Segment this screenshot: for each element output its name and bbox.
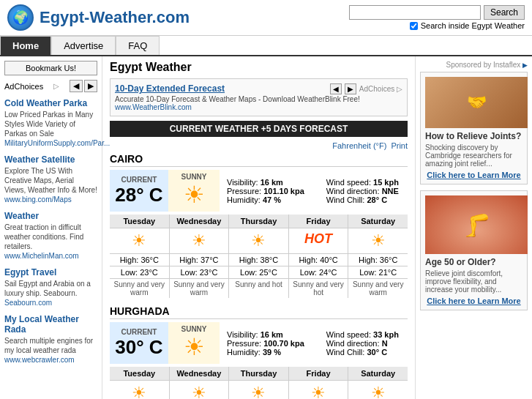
hurghada-day-3-header: Friday	[289, 367, 348, 380]
cairo-current-label: CURRENT	[113, 176, 165, 184]
cairo-sun-icon: ☀	[171, 181, 217, 209]
cairo-visibility-row: Visibility: 16 km	[227, 178, 304, 187]
right-ad-2-link[interactable]: Click here to Learn More	[425, 297, 522, 305]
sidebar-ad-2-link[interactable]: www.bing.com/Maps	[4, 195, 97, 204]
main-content: Bookmark Us! AdChoices ▷ ◀ ▶ Cold Weathe…	[0, 56, 532, 399]
ad-banner-desc: Accurate 10-Day Forecast & Weather Maps …	[115, 95, 402, 103]
cairo-day-2-sun-icon: ☀	[251, 231, 266, 250]
sidebar-ad-1-link[interactable]: MilitaryUniformSupply.com/Par...	[4, 139, 97, 147]
adchoices-label: AdChoices	[4, 82, 43, 91]
sidebar-ad-4-desc: Sail Egypt and Arabia on a luxury ship. …	[4, 279, 97, 298]
search-input[interactable]	[349, 5, 481, 20]
cairo-day-3-desc: Sunny and very hot	[289, 279, 348, 298]
hurghada-day-2-header: Thursday	[229, 367, 288, 380]
page-title: Egypt Weather	[110, 61, 408, 74]
cairo-day-0-header: Tuesday	[110, 215, 169, 228]
ad-prev-button[interactable]: ◀	[70, 80, 83, 92]
cairo-day-0-low: Low: 23°C	[110, 266, 169, 278]
sidebar-ad-3-title[interactable]: Weather	[4, 211, 97, 221]
hurghada-windspeed-row: Wind speed: 33 kph	[326, 330, 399, 339]
cairo-day-4-header: Saturday	[348, 215, 408, 228]
hurghada-humidity-row: Humidity: 39 %	[227, 348, 304, 357]
sidebar-ad-4-link[interactable]: Seabourn.com	[4, 299, 97, 307]
hurghada-day-0-header: Tuesday	[110, 367, 169, 380]
bookmark-button[interactable]: Bookmark Us!	[4, 61, 97, 75]
right-ad-2-img: 🦵	[425, 195, 528, 254]
hurghada-day-0-icon: ☀	[110, 381, 169, 399]
hurghada-day-1-header: Wednesday	[170, 367, 229, 380]
right-ad-1-link[interactable]: Click here to Learn More	[425, 171, 522, 179]
search-button[interactable]: Search	[484, 5, 525, 20]
sidebar-ad-2-title[interactable]: Weather Satellite	[4, 154, 97, 165]
hurghada-current-cell: CURRENT 30° C	[110, 322, 168, 364]
cairo-winddir-row: Wind direction: NNE	[326, 187, 399, 195]
sidebar-ad-1-title[interactable]: Cold Weather Parka	[4, 98, 97, 108]
sidebar-ad-1-desc: Low Priced Parkas in Many Styles Wide Va…	[4, 110, 97, 138]
temp-unit-bar: Fahrenheit (°F) Print	[110, 141, 408, 150]
tab-home[interactable]: Home	[0, 36, 51, 55]
tab-advertise[interactable]: Advertise	[51, 36, 116, 55]
cairo-section: CAIRO CURRENT 28° C SUNNY ☀ Visibilit	[110, 153, 408, 298]
hurghada-sun-icon: ☀	[171, 333, 217, 361]
sidebar-ad-5: My Local Weather Rada Search multiple en…	[4, 314, 97, 364]
hurghada-day-1-sun: ☀	[192, 384, 206, 399]
cairo-details: Visibility: 16 km Pressure: 101.10 kpa H…	[220, 170, 408, 212]
cairo-day-3-icon-cell: HOT	[289, 228, 348, 253]
sidebar-ad-3-link[interactable]: www.MichelinMan.com	[4, 252, 97, 260]
cairo-sunny-cell: SUNNY ☀	[168, 170, 220, 212]
forecast-header: CURRENT WEATHER +5 DAYS FORECAST	[110, 121, 408, 137]
hurghada-forecast-grid: Tuesday Wednesday Thursday Friday Saturd…	[110, 367, 408, 399]
logo-area: 🌍 Egypt-Weather.com	[7, 4, 190, 31]
search-inside-label: Search inside Egypt Weather	[421, 21, 525, 30]
right-ad-1-img: 🤝	[425, 77, 528, 128]
print-link[interactable]: Print	[391, 141, 408, 150]
sidebar-ad-5-link[interactable]: www.webcrawler.com	[4, 356, 97, 364]
cairo-day-4-icon-cell: ☀	[348, 228, 408, 253]
cairo-pressure-row: Pressure: 101.10 kpa	[227, 187, 304, 195]
cairo-day-2-icon-cell: ☀	[229, 228, 288, 253]
cairo-humidity-row: Humidity: 47 %	[227, 195, 304, 204]
cairo-current-cell: CURRENT 28° C	[110, 170, 168, 212]
navigation: Home Advertise FAQ	[0, 36, 532, 56]
sidebar-ad-3-desc: Great traction in difficult weather cond…	[4, 223, 97, 251]
cairo-day-1-high: High: 37°C	[170, 254, 229, 266]
hurghada-day-1-icon: ☀	[170, 381, 229, 399]
cairo-forecast-grid: Tuesday Wednesday Thursday Friday Saturd…	[110, 215, 408, 298]
right-ad-1-title: How to Relieve Joints?	[425, 131, 522, 141]
cairo-city-name: CAIRO	[110, 153, 408, 167]
search-checkbox-row: Search inside Egypt Weather	[410, 21, 525, 30]
cairo-day-0-icon-cell: ☀	[110, 228, 169, 253]
hurghada-day-0-sun: ☀	[132, 384, 146, 399]
header: 🌍 Egypt-Weather.com Search Search inside…	[0, 0, 532, 36]
search-inside-checkbox[interactable]	[410, 22, 418, 30]
sidebar-ad-5-desc: Search multiple engines for my local wea…	[4, 336, 97, 355]
cairo-day-4-desc: Sunny and very warm	[348, 279, 408, 298]
hurghada-pressure-row: Pressure: 100.70 kpa	[227, 339, 304, 348]
tab-faq[interactable]: FAQ	[116, 36, 160, 55]
cairo-day-1-desc: Sunny and very warm	[170, 279, 229, 298]
hurghada-sunny-cell: SUNNY ☀	[168, 322, 220, 364]
cairo-windspeed-row: Wind speed: 15 kph	[326, 178, 399, 187]
sidebar-ad-5-title[interactable]: My Local Weather Rada	[4, 314, 97, 335]
ad-banner-next[interactable]: ▶	[345, 83, 356, 94]
cairo-day-3-header: Friday	[289, 215, 348, 228]
ad-banner: 10-Day Extended Forecast Accurate 10-Day…	[110, 78, 408, 116]
cairo-day-3-low: Low: 24°C	[289, 266, 348, 278]
ad-banner-link[interactable]: www.WeatherBlink.com	[115, 103, 402, 111]
hurghada-day-2-icon: ☀	[229, 381, 288, 399]
sidebar-ad-4-title[interactable]: Egypt Travel	[4, 267, 97, 277]
instaflex-icon: ▶	[522, 61, 528, 69]
globe-icon: 🌍	[7, 4, 34, 31]
sidebar-ad-2-desc: Explore The US With Creative Maps, Aeria…	[4, 166, 97, 195]
adchoices-banner-label: AdChoices ▷	[359, 85, 402, 93]
fahrenheit-link[interactable]: Fahrenheit (°F)	[332, 141, 386, 150]
sidebar-right: Sponsored by Instaflex ▶ 🤝 How to Reliev…	[415, 56, 532, 399]
ad-banner-prev[interactable]: ◀	[330, 83, 342, 94]
adchoices-icon: ▷	[53, 82, 59, 90]
search-row: Search	[349, 5, 525, 20]
right-ad-2-title: Age 50 or Older?	[425, 257, 522, 267]
hurghada-details: Visibility: 16 km Pressure: 100.70 kpa H…	[220, 322, 408, 364]
site-title: Egypt-Weather.com	[40, 8, 190, 27]
sidebar-left: Bookmark Us! AdChoices ▷ ◀ ▶ Cold Weathe…	[0, 56, 102, 399]
ad-next-button[interactable]: ▶	[84, 80, 97, 92]
